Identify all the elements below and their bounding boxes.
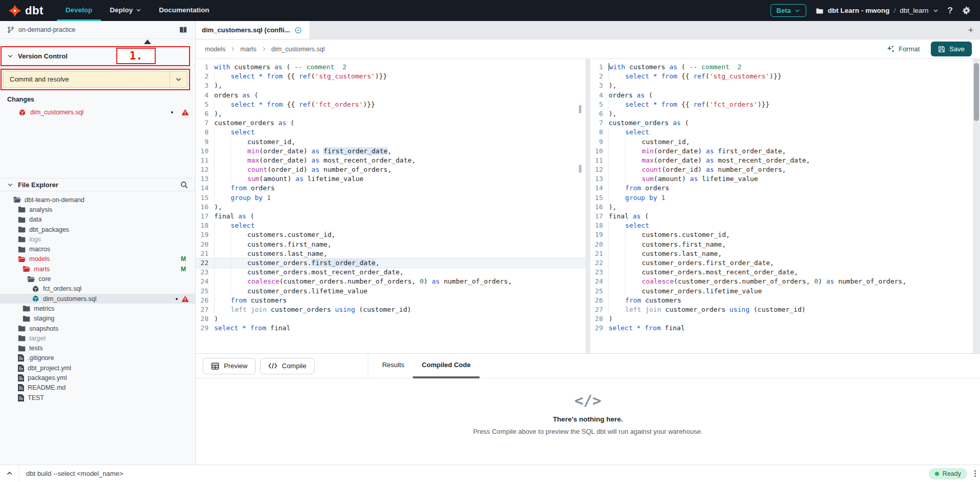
file-explorer-header[interactable]: File Explorer [0, 178, 195, 191]
code-line-4[interactable]: 4orders as ( [196, 91, 586, 100]
code-line-17[interactable]: 17final as ( [590, 212, 980, 221]
code-line-20[interactable]: 20 customers.first_name, [196, 240, 586, 249]
code-pane-right[interactable]: 1with customers as ( -- comment 22 selec… [586, 59, 980, 353]
docs-book-icon[interactable] [179, 26, 188, 34]
code-line-5[interactable]: 5 select * from {{ ref('fct_orders')}} [590, 100, 980, 109]
tree-item-marts[interactable]: martsM [0, 264, 195, 274]
code-line-7[interactable]: 7customer_orders as ( [196, 118, 586, 128]
commit-and-resolve-button[interactable]: Commit and resolve [3, 71, 187, 88]
nav-deploy[interactable]: Deploy [101, 0, 150, 21]
code-line-16[interactable]: 16), [590, 203, 980, 212]
settings-gear-icon[interactable] [962, 6, 971, 15]
chevron-up-icon[interactable] [0, 470, 18, 477]
code-line-3[interactable]: 3), [196, 81, 586, 90]
tree-item-dbt-project-yml[interactable]: dbt_project.yml [0, 363, 195, 373]
format-button[interactable]: Format [886, 45, 920, 53]
help-icon[interactable]: ? [948, 6, 953, 16]
code-line-17[interactable]: 17final as ( [196, 212, 586, 221]
tree-item-analysis[interactable]: analysis [0, 205, 195, 214]
tab-results[interactable]: Results [373, 354, 413, 378]
tree-item-dbt-packages[interactable]: dbt_packages [0, 225, 195, 234]
breadcrumb-marts[interactable]: marts [240, 46, 256, 53]
code-line-11[interactable]: 11 max(order_date) as most_recent_order_… [196, 156, 586, 165]
code-line-15[interactable]: 15 group by 1 [590, 193, 980, 203]
code-line-13[interactable]: 13 sum(amount) as lifetime_value [196, 174, 586, 184]
code-line-26[interactable]: 26 from customers [196, 296, 586, 305]
git-branch-row[interactable]: on-demand-practice [0, 21, 195, 39]
code-line-26[interactable]: 26 from customers [590, 296, 980, 305]
code-line-24[interactable]: 24 coalesce(customer_orders.number_of_or… [196, 277, 586, 286]
command-input[interactable]: dbt build --select <model_name> [26, 470, 123, 477]
code-line-21[interactable]: 21 customers.last_name, [196, 249, 586, 258]
project-name[interactable]: dbt Learn - mwong [828, 7, 890, 14]
environment-name[interactable]: dbt_learn [900, 7, 928, 14]
tree-item-packages-yml[interactable]: packages.yml [0, 373, 195, 383]
code-line-23[interactable]: 23 customer_orders.most_recent_order_dat… [590, 268, 980, 277]
code-line-1[interactable]: 1with customers as ( -- comment 2 [590, 63, 980, 72]
code-line-21[interactable]: 21 customers.last_name, [590, 249, 980, 258]
beta-dropdown[interactable]: Beta [770, 4, 806, 17]
tab-compiled-code[interactable]: Compiled Code [413, 354, 479, 378]
editor-tab-dim-customers[interactable]: dim_customers.sql (confli... [196, 21, 309, 39]
code-line-12[interactable]: 12 count(order_id) as number_of_orders, [196, 165, 586, 174]
code-line-27[interactable]: 27 left join customer_orders using (cust… [196, 305, 586, 314]
tree-item--gitignore[interactable]: .gitignore [0, 353, 195, 363]
code-line-10[interactable]: 10 min(order_date) as first_order_date, [196, 147, 586, 156]
breadcrumb-models[interactable]: models [205, 46, 225, 53]
new-tab-plus-icon[interactable]: + [962, 21, 980, 39]
code-line-25[interactable]: 25 customer_orders.lifetime_value [590, 287, 980, 296]
breadcrumb-file[interactable]: dim_customers.sql [272, 46, 325, 53]
code-line-9[interactable]: 9 customer_id, [590, 137, 980, 147]
code-line-25[interactable]: 25 customer_orders.lifetime_value [196, 287, 586, 296]
code-line-11[interactable]: 11 max(order_date) as most_recent_order_… [590, 156, 980, 165]
tree-item-macros[interactable]: macros [0, 244, 195, 254]
code-pane-left[interactable]: 1with customers as ( -- comment 22 selec… [196, 59, 586, 353]
tree-item-fct-orders-sql[interactable]: fct_orders.sql [0, 284, 195, 294]
tree-item-staging[interactable]: staging [0, 314, 195, 324]
code-line-24[interactable]: 24 coalesce(customer_orders.number_of_or… [590, 277, 980, 286]
tree-item-target[interactable]: target [0, 333, 195, 343]
code-line-6[interactable]: 6), [590, 109, 980, 118]
tree-item-metrics[interactable]: metrics [0, 304, 195, 313]
version-control-header[interactable]: Version Control [0, 47, 195, 66]
nav-documentation[interactable]: Documentation [150, 0, 218, 21]
tree-item-logs[interactable]: logs [0, 234, 195, 244]
code-line-8[interactable]: 8 select [590, 128, 980, 137]
chevron-down-icon[interactable] [933, 8, 939, 13]
code-line-18[interactable]: 18 select [196, 221, 586, 230]
code-line-13[interactable]: 13 sum(amount) as lifetime_value [590, 174, 980, 184]
code-line-3[interactable]: 3), [590, 81, 980, 90]
code-line-14[interactable]: 14 from orders [590, 184, 980, 193]
code-line-6[interactable]: 6), [196, 109, 586, 118]
code-line-22[interactable]: 22 customer_orders.first_order_date, [590, 258, 980, 268]
tree-item-dbt-learn-on-demand[interactable]: dbt-learn-on-demand [0, 195, 195, 205]
tree-item-models[interactable]: modelsM [0, 254, 195, 264]
code-line-1[interactable]: 1with customers as ( -- comment 2 [196, 63, 586, 72]
code-line-4[interactable]: 4orders as ( [590, 91, 980, 100]
code-line-12[interactable]: 12 count(order_id) as number_of_orders, [590, 165, 980, 174]
code-line-2[interactable]: 2 select * from {{ ref('stg_customers')}… [196, 72, 586, 81]
tree-item-snapshots[interactable]: snapshots [0, 324, 195, 333]
code-line-22[interactable]: 22 customer_orders.first_order_date, [196, 258, 586, 268]
dbt-logo[interactable]: dbt [0, 0, 57, 21]
code-line-14[interactable]: 14 from orders [196, 184, 586, 193]
code-line-19[interactable]: 19 customers.customer_id, [590, 230, 980, 239]
editor-scrollbar[interactable] [973, 59, 980, 353]
tree-item-test[interactable]: TEST [0, 393, 195, 403]
nav-develop[interactable]: Develop [57, 0, 101, 21]
code-line-2[interactable]: 2 select * from {{ ref('stg_customers')}… [590, 72, 980, 81]
search-icon[interactable] [180, 181, 188, 189]
code-line-5[interactable]: 5 select * from {{ ref('fct_orders')}} [196, 100, 586, 109]
code-line-8[interactable]: 8 select [196, 128, 586, 137]
changed-file-row[interactable]: dim_customers.sql [0, 107, 195, 118]
code-line-9[interactable]: 9 customer_id, [196, 137, 586, 147]
code-line-20[interactable]: 20 customers.first_name, [590, 240, 980, 249]
code-line-28[interactable]: 28) [196, 314, 586, 324]
tree-item-core[interactable]: core [0, 274, 195, 284]
code-line-29[interactable]: 29select * from final [590, 324, 980, 333]
code-line-27[interactable]: 27 left join customer_orders using (cust… [590, 305, 980, 314]
preview-button[interactable]: Preview [203, 358, 256, 374]
code-line-10[interactable]: 10 min(order_date) as first_order_date, [590, 147, 980, 156]
code-line-29[interactable]: 29select * from final [196, 324, 586, 333]
tree-item-dim-customers-sql[interactable]: dim_customers.sql [0, 294, 195, 304]
